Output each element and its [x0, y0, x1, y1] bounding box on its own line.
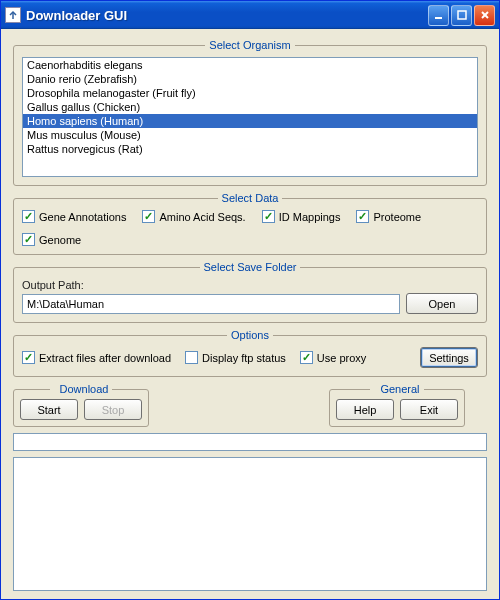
checkbox-label: Gene Annotations [39, 211, 126, 223]
organism-item[interactable]: Mus musculus (Mouse) [23, 128, 477, 142]
log-textarea[interactable] [13, 457, 487, 591]
organism-item[interactable]: Homo sapiens (Human) [23, 114, 477, 128]
checkbox-icon: ✓ [22, 351, 35, 364]
window-buttons [428, 5, 495, 26]
organism-item[interactable]: Drosophila melanogaster (Fruit fly) [23, 86, 477, 100]
organism-item[interactable]: Rattus norvegicus (Rat) [23, 142, 477, 156]
data-group: Select Data ✓Gene Annotations✓Amino Acid… [13, 192, 487, 255]
checkbox-label: Amino Acid Seqs. [159, 211, 245, 223]
general-group: General Help Exit [329, 383, 465, 427]
data-checkbox[interactable]: ✓Proteome [356, 210, 421, 223]
checkbox-icon: ✓ [22, 210, 35, 223]
svg-rect-1 [435, 17, 442, 19]
app-icon [5, 7, 21, 23]
download-general-row: Download Start Stop General Help Exit [13, 383, 487, 427]
checkbox-icon: ✓ [262, 210, 275, 223]
svg-rect-2 [458, 11, 466, 19]
output-path-input[interactable] [22, 294, 400, 314]
maximize-button[interactable] [451, 5, 472, 26]
titlebar: Downloader GUI [1, 1, 499, 29]
data-legend: Select Data [218, 192, 283, 204]
organism-legend: Select Organism [205, 39, 294, 51]
progress-bar [13, 433, 487, 451]
options-group: Options ✓ Extract files after download D… [13, 329, 487, 377]
window-title: Downloader GUI [26, 8, 428, 23]
start-button[interactable]: Start [20, 399, 78, 420]
use-proxy-label: Use proxy [317, 352, 367, 364]
general-legend: General [370, 383, 423, 395]
output-path-label: Output Path: [22, 279, 478, 291]
data-checkbox[interactable]: ✓ID Mappings [262, 210, 341, 223]
data-checkbox[interactable]: ✓Gene Annotations [22, 210, 126, 223]
app-window: Downloader GUI Select Organism Caenorhab… [0, 0, 500, 600]
checkbox-label: Genome [39, 234, 81, 246]
save-folder-group: Select Save Folder Output Path: Open [13, 261, 487, 323]
checkbox-icon: ✓ [300, 351, 313, 364]
organism-group: Select Organism Caenorhabditis elegansDa… [13, 39, 487, 186]
exit-button[interactable]: Exit [400, 399, 458, 420]
display-ftp-label: Display ftp status [202, 352, 286, 364]
checkbox-icon: ✓ [22, 233, 35, 246]
data-checks-row: ✓Gene Annotations✓Amino Acid Seqs.✓ID Ma… [22, 210, 478, 246]
help-button[interactable]: Help [336, 399, 394, 420]
organism-item[interactable]: Danio rerio (Zebrafish) [23, 72, 477, 86]
download-legend: Download [50, 383, 113, 395]
settings-button[interactable]: Settings [420, 347, 478, 368]
checkbox-icon: ✓ [142, 210, 155, 223]
organism-item[interactable]: Gallus gallus (Chicken) [23, 100, 477, 114]
checkbox-icon [185, 351, 198, 364]
close-button[interactable] [474, 5, 495, 26]
organism-listbox[interactable]: Caenorhabditis elegansDanio rerio (Zebra… [22, 57, 478, 177]
save-folder-legend: Select Save Folder [200, 261, 301, 273]
use-proxy-checkbox[interactable]: ✓ Use proxy [300, 351, 367, 364]
checkbox-label: ID Mappings [279, 211, 341, 223]
open-button[interactable]: Open [406, 293, 478, 314]
checkbox-icon: ✓ [356, 210, 369, 223]
data-checkbox[interactable]: ✓Amino Acid Seqs. [142, 210, 245, 223]
data-checkbox[interactable]: ✓Genome [22, 233, 81, 246]
download-group: Download Start Stop [13, 383, 149, 427]
stop-button[interactable]: Stop [84, 399, 142, 420]
options-legend: Options [227, 329, 273, 341]
display-ftp-checkbox[interactable]: Display ftp status [185, 351, 286, 364]
extract-label: Extract files after download [39, 352, 171, 364]
client-area: Select Organism Caenorhabditis elegansDa… [1, 29, 499, 599]
extract-checkbox[interactable]: ✓ Extract files after download [22, 351, 171, 364]
minimize-button[interactable] [428, 5, 449, 26]
organism-item[interactable]: Caenorhabditis elegans [23, 58, 477, 72]
checkbox-label: Proteome [373, 211, 421, 223]
